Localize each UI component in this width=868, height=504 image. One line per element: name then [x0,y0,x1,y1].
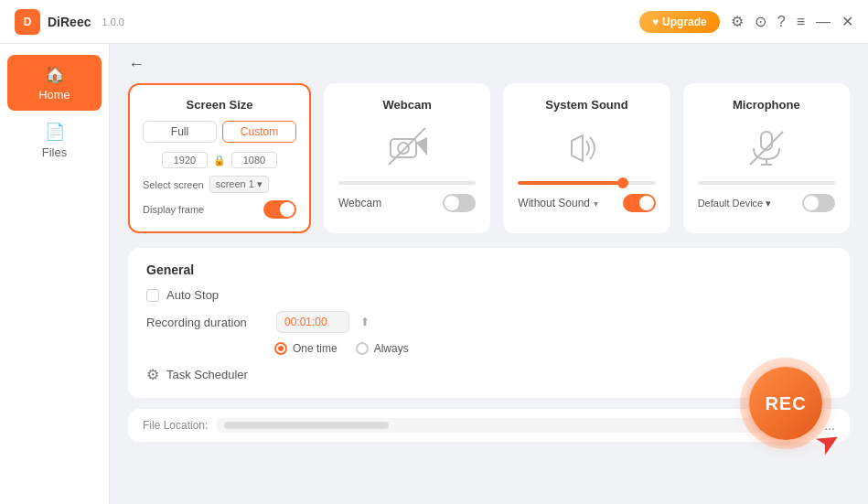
webcam-bottom-row: Webcam [338,194,476,212]
screen-select-row: Select screen screen 1 ▾ [143,176,296,193]
radio-row: One time Always [274,342,831,355]
system-sound-slider[interactable] [518,181,655,185]
task-scheduler-label: Task Scheduler [166,368,248,381]
svg-marker-4 [572,135,583,161]
one-time-radio[interactable] [274,342,287,355]
chevron-down-icon: ▾ [594,198,598,209]
height-input[interactable] [231,152,277,168]
task-scheduler-row[interactable]: ⚙ Task Scheduler [146,366,831,383]
screen-size-card: Screen Size Full Custom 🔒 Select screen [128,83,311,233]
one-time-label: One time [293,342,338,355]
system-sound-card: System Sound Without Sound ▾ [503,83,670,233]
sound-icon-container [518,121,655,176]
without-sound-dropdown[interactable]: Without Sound ▾ [518,197,598,209]
webcam-toggle[interactable] [443,194,476,212]
rec-outer: REC ➤ [740,358,831,449]
rec-label: REC [765,393,806,414]
display-frame-label: Display frame [143,204,204,215]
svg-point-1 [398,143,409,154]
app-name: DiReec [48,15,91,29]
titlebar-left: D DiReec 1.0.0 [15,9,124,35]
full-button[interactable]: Full [143,121,217,143]
webcam-icon-container [338,121,476,176]
general-title: General [146,263,831,277]
width-input[interactable] [162,152,208,168]
mic-icon-container [698,121,835,176]
recording-duration-label: Recording duration [146,316,265,329]
resolution-row: 🔒 [143,152,296,168]
sidebar-item-files-label: Files [42,145,67,159]
system-sound-bottom-row: Without Sound ▾ [518,194,655,212]
webcam-slider[interactable] [338,181,476,185]
screen-dropdown[interactable]: screen 1 ▾ [209,176,269,193]
display-frame-toggle[interactable] [263,200,296,219]
microphone-device-row: Default Device ▾ [698,194,835,212]
auto-stop-row: Auto Stop [146,288,831,302]
rec-container: REC ➤ [740,358,831,449]
auto-stop-label: Auto Stop [166,288,219,302]
settings-circle-icon[interactable]: ⊙ [755,15,766,29]
gear-icon: ⚙ [146,366,159,383]
sidebar: 🏠 Home 📄 Files [0,44,110,504]
webcam-card: Webcam [324,83,490,233]
sidebar-item-files[interactable]: 📄 Files [7,113,102,168]
microphone-toggle[interactable] [802,194,835,212]
file-location-label: File Location: [143,419,208,432]
back-button[interactable]: ← [128,55,145,74]
sidebar-item-home[interactable]: 🏠 Home [7,55,102,111]
lock-icon: 🔒 [213,155,226,166]
close-icon[interactable]: ✕ [841,15,853,29]
microphone-title: Microphone [698,98,835,112]
device-dropdown[interactable]: Default Device ▾ [698,198,772,209]
svg-marker-2 [416,137,427,155]
recording-duration-input[interactable] [276,311,349,333]
app-version: 1.0.0 [102,16,123,27]
crown-icon: ♥ [652,16,659,28]
webcam-label: Webcam [338,197,381,209]
system-sound-title: System Sound [518,98,655,112]
always-option[interactable]: Always [356,342,409,355]
menu-icon[interactable]: ≡ [797,15,805,29]
coin-icon[interactable]: ⚙ [731,15,744,29]
sidebar-item-home-label: Home [38,88,70,102]
titlebar-right: ♥ Upgrade ⚙ ⊙ ? ≡ — ✕ [639,11,853,33]
select-screen-label: Select screen [143,179,204,190]
auto-stop-checkbox[interactable] [146,289,159,302]
always-label: Always [374,342,409,355]
help-icon[interactable]: ? [777,15,786,29]
file-path [217,418,815,433]
main-layout: 🏠 Home 📄 Files ← Screen Size Full Custom [0,44,868,504]
titlebar: D DiReec 1.0.0 ♥ Upgrade ⚙ ⊙ ? ≡ — ✕ [0,0,868,44]
system-sound-toggle[interactable] [623,194,656,212]
custom-button[interactable]: Custom [222,121,296,143]
upgrade-button[interactable]: ♥ Upgrade [639,11,720,33]
webcam-title: Webcam [338,98,476,112]
app-logo: D [15,9,40,35]
display-frame-row: Display frame [143,200,296,219]
rec-button[interactable]: REC [749,367,822,440]
files-icon: 📄 [45,122,65,142]
screen-size-title: Screen Size [143,98,296,112]
home-icon: 🏠 [45,64,65,84]
minimize-icon[interactable]: — [816,15,830,29]
microphone-slider[interactable] [698,181,835,185]
cards-row: Screen Size Full Custom 🔒 Select screen [128,83,850,233]
always-radio[interactable] [356,342,369,355]
duration-stepper[interactable]: ⬆ [360,316,370,328]
no-webcam-icon [387,126,427,170]
one-time-option[interactable]: One time [274,342,338,355]
duration-row: Recording duration ⬆ [146,311,831,333]
microphone-card: Microphone Default Device ▾ [683,83,850,233]
size-buttons: Full Custom [143,121,296,143]
